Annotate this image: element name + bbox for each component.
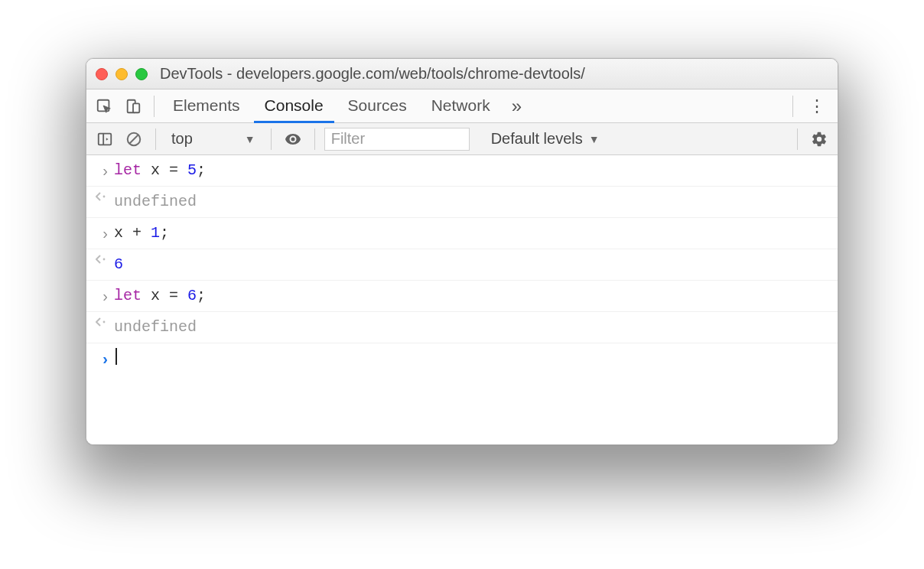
toggle-console-sidebar-button[interactable] <box>93 127 117 151</box>
minimize-window-button[interactable] <box>116 68 128 80</box>
devtools-tabstrip: Elements Console Sources Network » ⋮ <box>86 89 838 123</box>
code-token-num: 1 <box>151 224 160 242</box>
console-output-row: 6 <box>86 249 838 281</box>
console-result-value: undefined <box>114 318 197 336</box>
tab-network[interactable]: Network <box>421 89 501 123</box>
code-token-num: 6 <box>187 287 197 304</box>
separator <box>314 128 315 150</box>
tab-sources[interactable]: Sources <box>337 89 418 123</box>
context-label: top <box>171 130 193 148</box>
output-indicator-icon <box>94 317 114 327</box>
separator <box>155 128 156 150</box>
more-tabs-button[interactable]: » <box>504 96 529 117</box>
console-input-row: ›let x = 5; <box>86 155 838 187</box>
console-prompt-input[interactable] <box>114 348 830 369</box>
code-token-kw: let <box>114 161 142 179</box>
svg-rect-3 <box>99 133 112 145</box>
window-titlebar: DevTools - developers.google.com/web/too… <box>86 59 838 89</box>
code-token-kw: let <box>114 287 142 304</box>
input-indicator-icon: › <box>94 223 114 244</box>
console-output-row: undefined <box>86 187 838 218</box>
live-expression-icon[interactable] <box>281 127 305 151</box>
separator <box>797 128 798 150</box>
console-result-value: 6 <box>114 255 123 273</box>
kebab-icon: ⋮ <box>808 96 825 115</box>
code-token-semi: ; <box>160 224 169 242</box>
code-token-semi: ; <box>197 287 206 304</box>
svg-point-9 <box>103 321 106 324</box>
log-levels-select[interactable]: Default levels ▼ <box>486 130 604 148</box>
svg-rect-2 <box>133 103 139 112</box>
separator <box>154 96 155 117</box>
code-token-ident: x <box>151 287 160 304</box>
console-line-content: x + 1; <box>114 223 830 244</box>
clear-console-button[interactable] <box>122 127 146 151</box>
traffic-lights <box>96 68 148 80</box>
svg-point-7 <box>103 196 106 198</box>
console-line-content: let x = 5; <box>114 160 830 181</box>
levels-label: Default levels <box>491 130 583 148</box>
chevron-down-icon: ▼ <box>245 133 255 145</box>
code-token-ident: x <box>151 161 160 179</box>
prompt-indicator-icon: › <box>94 348 114 369</box>
device-toolbar-icon[interactable] <box>120 93 146 119</box>
devtools-window: DevTools - developers.google.com/web/too… <box>86 58 838 445</box>
window-title: DevTools - developers.google.com/web/too… <box>155 65 828 83</box>
console-output: ›let x = 5;undefined›x + 1;6›let x = 6;u… <box>86 155 838 444</box>
console-filter-input[interactable] <box>324 128 470 151</box>
execution-context-select[interactable]: top ▼ <box>165 128 262 149</box>
console-settings-button[interactable] <box>807 127 831 151</box>
console-result-value: undefined <box>114 193 197 210</box>
output-indicator-icon <box>94 254 114 265</box>
console-line-content: undefined <box>114 191 830 213</box>
input-indicator-icon: › <box>94 285 114 307</box>
devtools-menu-button[interactable]: ⋮ <box>801 96 833 116</box>
inspect-element-icon[interactable] <box>91 93 117 119</box>
console-line-content: let x = 6; <box>114 285 830 307</box>
code-token-num: 5 <box>187 161 197 179</box>
separator <box>792 96 793 117</box>
tab-console[interactable]: Console <box>254 89 334 123</box>
text-cursor <box>116 348 117 365</box>
console-output-row: undefined <box>86 312 838 343</box>
tab-label: Sources <box>348 96 407 115</box>
tab-label: Network <box>431 96 490 115</box>
tab-label: Elements <box>173 96 240 115</box>
code-token-ident: x <box>114 224 123 242</box>
input-indicator-icon: › <box>94 160 114 181</box>
console-line-content: 6 <box>114 254 830 275</box>
svg-point-8 <box>103 258 106 261</box>
close-window-button[interactable] <box>96 68 108 80</box>
svg-line-6 <box>130 135 138 143</box>
chevron-right-double-icon: » <box>512 96 522 116</box>
code-token-op: = <box>169 287 178 304</box>
zoom-window-button[interactable] <box>135 68 148 80</box>
code-token-op: + <box>132 224 142 242</box>
tab-elements[interactable]: Elements <box>162 89 251 123</box>
chevron-down-icon: ▼ <box>589 133 600 145</box>
console-prompt[interactable]: › <box>86 343 838 374</box>
console-input-row: ›x + 1; <box>86 218 838 249</box>
code-token-semi: ; <box>197 161 206 179</box>
tab-label: Console <box>265 96 324 115</box>
console-line-content: undefined <box>114 317 830 338</box>
output-indicator-icon <box>94 191 114 202</box>
code-token-op: = <box>169 161 178 179</box>
separator <box>271 128 272 150</box>
console-input-row: ›let x = 6; <box>86 281 838 312</box>
console-toolbar: top ▼ Default levels ▼ <box>86 123 838 155</box>
